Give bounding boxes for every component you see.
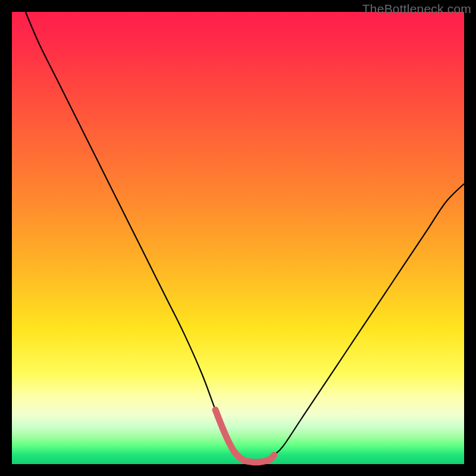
watermark-text: TheBottleneck.com: [362, 2, 471, 16]
main-curve-path: [26, 12, 464, 462]
accent-bottom-path: [215, 410, 274, 462]
chart-frame: TheBottleneck.com: [0, 0, 476, 476]
plot-area: [12, 12, 464, 464]
curve-layer: [12, 12, 464, 464]
